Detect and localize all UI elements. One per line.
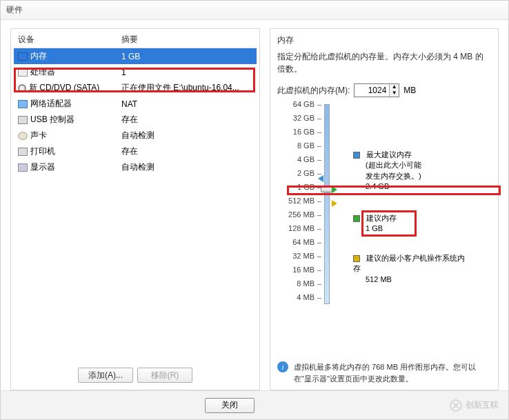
- col-summary: 摘要: [117, 32, 257, 48]
- device-name: 网络适配器: [30, 99, 72, 108]
- display-icon: [18, 163, 28, 172]
- legend-max-note1: (超出此大小可能: [366, 161, 421, 169]
- device-row[interactable]: 打印机存在: [14, 143, 257, 159]
- device-row[interactable]: 处理器1: [14, 64, 257, 80]
- info-footer: i 虚拟机最多将此内存的 768 MB 用作图形内存。您可以在"显示器"设置页面…: [277, 361, 491, 384]
- add-hardware-button[interactable]: 添加(A)...: [78, 368, 133, 383]
- memory-description: 指定分配给此虚拟机的内存量。内存大小必须为 4 MB 的倍数。: [277, 50, 491, 75]
- close-button[interactable]: 关闭: [205, 398, 254, 413]
- slider-tick: 16 MB: [292, 266, 321, 274]
- device-summary: 正在使用文件 E:\ubuntu-16.04...: [117, 80, 257, 96]
- device-row[interactable]: 网络适配器NAT: [14, 96, 257, 112]
- sound-icon: [18, 132, 28, 140]
- window-title: 硬件: [6, 4, 23, 16]
- device-row[interactable]: 新 CD/DVD (SATA)正在使用文件 E:\ubuntu-16.04...: [14, 80, 257, 96]
- titlebar: 硬件: [1, 1, 508, 20]
- device-row[interactable]: USB 控制器存在: [14, 112, 257, 128]
- slider-tick: 256 MB: [288, 210, 321, 219]
- hardware-dialog: 硬件 设备 摘要 内存1 GB处理器1新 CD/DVD (SATA)正在使用文件…: [0, 0, 509, 420]
- slider-tick: 1 GB: [297, 183, 321, 191]
- device-summary: 存在: [117, 143, 257, 159]
- device-name: 打印机: [30, 146, 55, 156]
- slider-tick: 4 MB: [297, 293, 321, 301]
- watermark-icon: [449, 399, 463, 412]
- device-list-panel: 设备 摘要 内存1 GB处理器1新 CD/DVD (SATA)正在使用文件 E:…: [10, 28, 260, 390]
- cd-icon: [18, 84, 26, 92]
- col-device: 设备: [14, 32, 117, 48]
- memory-icon: [18, 52, 28, 61]
- device-name: USB 控制器: [30, 114, 74, 124]
- legend-rec-val: 1 GB: [366, 224, 383, 232]
- min-marker-icon: [332, 200, 337, 207]
- memory-slider-area: 64 GB32 GB16 GB8 GB4 GB2 GB1 GB512 MB256…: [287, 104, 491, 304]
- memory-settings-panel: 内存 指定分配给此虚拟机的内存量。内存大小必须为 4 MB 的倍数。 此虚拟机的…: [270, 28, 499, 390]
- watermark: 创新互联: [449, 399, 499, 412]
- legend-max-val: 2.4 GB: [366, 182, 389, 190]
- legend-rec-swatch: [353, 215, 360, 222]
- device-name: 显示器: [30, 162, 55, 172]
- device-buttons: 添加(A)... 移除(R): [11, 368, 259, 387]
- watermark-text: 创新互联: [466, 399, 499, 411]
- rec-marker-icon: [332, 186, 337, 193]
- device-summary: NAT: [117, 96, 257, 112]
- memory-label: 此虚拟机的内存(M):: [277, 85, 350, 97]
- network-icon: [18, 100, 28, 108]
- device-row[interactable]: 显示器自动检测: [14, 159, 257, 175]
- max-marker-icon: [318, 175, 323, 182]
- memory-section-title: 内存: [277, 34, 491, 46]
- info-icon: i: [277, 361, 288, 372]
- device-name: 内存: [30, 51, 47, 61]
- slider-tick: 8 MB: [297, 279, 321, 288]
- legend-min-val: 512 MB: [366, 275, 392, 283]
- memory-spinner[interactable]: ▲ ▼: [354, 83, 399, 97]
- printer-icon: [18, 148, 28, 156]
- dialog-body: 设备 摘要 内存1 GB处理器1新 CD/DVD (SATA)正在使用文件 E:…: [1, 20, 508, 390]
- device-row[interactable]: 声卡自动检测: [14, 128, 257, 143]
- device-summary: 自动检测: [117, 159, 257, 175]
- legend-min-swatch: [353, 255, 360, 262]
- memory-input[interactable]: [355, 84, 389, 97]
- slider-tick: 8 GB: [297, 141, 321, 150]
- slider-ticks: 64 GB32 GB16 GB8 GB4 GB2 GB1 GB512 MB256…: [287, 104, 321, 304]
- remove-hardware-button[interactable]: 移除(R): [137, 368, 192, 383]
- usb-icon: [18, 116, 28, 124]
- memory-legend: 最大建议内存 (超出此大小可能 发生内存交换。) 2.4 GB 建议内存 1 G…: [353, 104, 470, 304]
- legend-max-title: 最大建议内存: [366, 150, 412, 159]
- memory-unit: MB: [403, 86, 416, 95]
- slider-tick: 512 MB: [288, 197, 321, 205]
- device-name: 新 CD/DVD (SATA): [29, 83, 99, 92]
- device-summary: 1: [117, 64, 257, 80]
- slider-tick: 4 GB: [297, 155, 321, 163]
- dialog-bottom-bar: 关闭 创新互联: [1, 390, 508, 419]
- info-text: 虚拟机最多将此内存的 768 MB 用作图形内存。您可以在"显示器"设置页面中更…: [294, 361, 491, 384]
- legend-max-note2: 发生内存交换。): [366, 172, 421, 180]
- legend-min-title: 建议的最小客户机操作系统内存: [353, 254, 465, 272]
- slider-tick: 32 GB: [293, 114, 321, 122]
- device-table: 设备 摘要 内存1 GB处理器1新 CD/DVD (SATA)正在使用文件 E:…: [14, 32, 257, 175]
- device-name: 处理器: [30, 67, 55, 77]
- slider-tick: 16 GB: [293, 128, 321, 136]
- device-summary: 1 GB: [117, 48, 257, 65]
- spinner-down-icon[interactable]: ▼: [389, 90, 399, 97]
- cpu-icon: [18, 68, 28, 77]
- slider-tick: 128 MB: [288, 224, 321, 232]
- device-summary: 自动检测: [117, 128, 257, 143]
- device-name: 声卡: [30, 130, 47, 140]
- slider-tick: 64 MB: [292, 238, 321, 246]
- legend-rec-title: 建议内存: [366, 214, 397, 222]
- device-summary: 存在: [117, 112, 257, 128]
- slider-tick: 64 GB: [293, 100, 321, 108]
- device-row[interactable]: 内存1 GB: [14, 48, 257, 65]
- slider-tick: 32 MB: [292, 252, 321, 260]
- memory-slider-track[interactable]: [324, 104, 330, 304]
- legend-max-swatch: [353, 152, 360, 159]
- memory-input-row: 此虚拟机的内存(M): ▲ ▼ MB: [277, 83, 491, 97]
